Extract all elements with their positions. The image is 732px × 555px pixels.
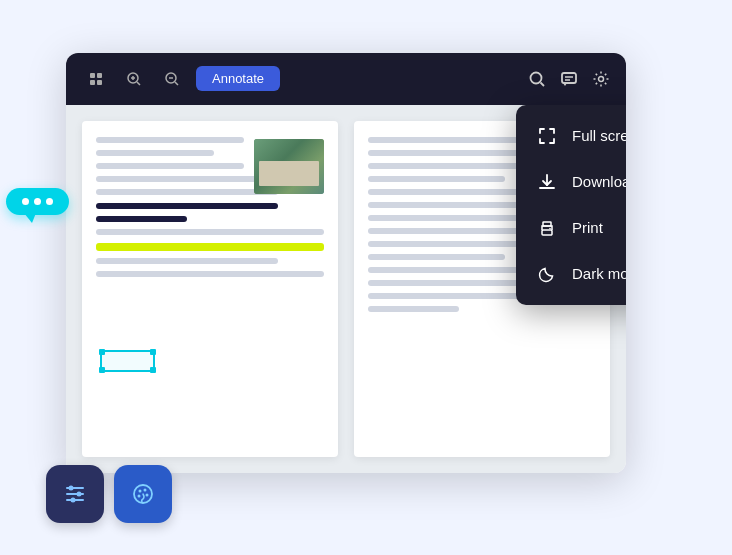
- handle-tl: [99, 349, 105, 355]
- chat-dot-2: [34, 198, 41, 205]
- aerial-image: [254, 139, 324, 194]
- svg-rect-0: [90, 73, 95, 78]
- svg-line-7: [137, 82, 140, 85]
- text-line: [368, 254, 505, 260]
- svg-line-12: [541, 82, 545, 86]
- comment-icon-btn[interactable]: [560, 70, 578, 88]
- svg-point-30: [138, 494, 141, 497]
- svg-point-27: [139, 489, 142, 492]
- svg-line-10: [175, 82, 178, 85]
- svg-rect-17: [542, 230, 552, 235]
- dropdown-menu: Full screen Download: [516, 105, 626, 305]
- viewer-window: Annotate: [66, 53, 626, 473]
- building-shape: [259, 161, 319, 186]
- moon-icon: [536, 263, 558, 285]
- annotate-button[interactable]: Annotate: [196, 66, 280, 91]
- svg-point-23: [77, 491, 82, 496]
- darkmode-label: Dark mode: [572, 265, 626, 282]
- fullscreen-icon: [536, 125, 558, 147]
- palette-button[interactable]: [114, 465, 172, 523]
- zoom-out-btn[interactable]: [158, 65, 186, 93]
- page-image: [254, 139, 324, 194]
- search-icon-btn[interactable]: [528, 70, 546, 88]
- menu-item-darkmode[interactable]: Dark mode: [516, 251, 626, 297]
- sliders-button[interactable]: [46, 465, 104, 523]
- download-label: Download: [572, 173, 626, 190]
- scene: Annotate: [36, 33, 696, 523]
- svg-rect-13: [562, 73, 576, 83]
- svg-rect-1: [97, 73, 102, 78]
- print-icon: [536, 217, 558, 239]
- floating-buttons: [46, 465, 172, 523]
- svg-point-28: [144, 488, 147, 491]
- text-line: [96, 271, 324, 277]
- settings-icon-btn[interactable]: [592, 70, 610, 88]
- toolbar-left: Annotate: [82, 65, 516, 93]
- handle-br: [150, 367, 156, 373]
- text-line: [368, 176, 505, 182]
- text-line-dark: [96, 203, 278, 209]
- text-line: [96, 150, 214, 156]
- text-line: [96, 189, 278, 195]
- svg-rect-3: [97, 80, 102, 85]
- menu-item-print[interactable]: Print: [516, 205, 626, 251]
- svg-point-29: [146, 493, 149, 496]
- text-line: [96, 229, 324, 235]
- text-line: [368, 306, 459, 312]
- text-line: [96, 163, 244, 169]
- text-line-dark: [96, 216, 187, 222]
- svg-rect-18: [543, 222, 551, 226]
- text-line: [96, 137, 244, 143]
- fullscreen-label: Full screen: [572, 127, 626, 144]
- left-page: [82, 121, 338, 457]
- menu-item-download[interactable]: Download: [516, 159, 626, 205]
- home-icon-btn[interactable]: [82, 65, 110, 93]
- svg-rect-2: [90, 80, 95, 85]
- download-icon: [536, 171, 558, 193]
- svg-point-25: [71, 497, 76, 502]
- print-label: Print: [572, 219, 603, 236]
- chat-dot-1: [22, 198, 29, 205]
- chat-bubble: [6, 188, 69, 215]
- selection-box[interactable]: [100, 350, 155, 372]
- svg-point-11: [531, 72, 542, 83]
- menu-item-fullscreen[interactable]: Full screen: [516, 113, 626, 159]
- zoom-in-btn[interactable]: [120, 65, 148, 93]
- svg-point-16: [599, 76, 604, 81]
- chat-dot-3: [46, 198, 53, 205]
- svg-point-21: [69, 485, 74, 490]
- text-line: [96, 258, 278, 264]
- toolbar-right: [528, 70, 610, 88]
- text-line-highlight: [96, 243, 324, 251]
- svg-point-19: [549, 227, 551, 229]
- handle-tr: [150, 349, 156, 355]
- toolbar: Annotate: [66, 53, 626, 105]
- handle-bl: [99, 367, 105, 373]
